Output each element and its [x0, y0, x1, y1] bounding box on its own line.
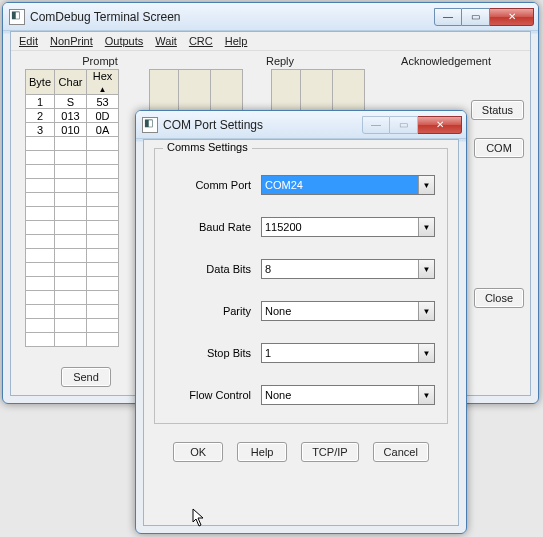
close-dialog-button[interactable]: ✕ [418, 116, 462, 134]
window-controls: — ▭ ✕ [362, 116, 462, 134]
minimize-button[interactable]: — [434, 8, 462, 26]
dialog-titlebar[interactable]: COM Port Settings — ▭ ✕ [136, 111, 466, 139]
maximize-button: ▭ [390, 116, 418, 134]
table-row [26, 137, 119, 151]
section-headers: Prompt Reply Acknowledgement [11, 51, 530, 67]
table-row: 20130D [26, 109, 119, 123]
menu-edit[interactable]: Edit [19, 35, 38, 47]
ack-header: Acknowledgement [371, 55, 521, 67]
chevron-down-icon[interactable]: ▼ [418, 218, 434, 236]
table-row [26, 165, 119, 179]
table-row [26, 221, 119, 235]
table-row [26, 333, 119, 347]
menu-wait[interactable]: Wait [155, 35, 177, 47]
status-button[interactable]: Status [471, 100, 524, 120]
dialog-button-row: OK Help TCP/IP Cancel [144, 432, 458, 476]
chevron-down-icon[interactable]: ▼ [418, 260, 434, 278]
send-button[interactable]: Send [61, 367, 111, 387]
table-row [26, 319, 119, 333]
col-byte[interactable]: Byte [26, 70, 55, 95]
stop-bits-combo[interactable]: 1 ▼ [261, 343, 435, 363]
parity-combo[interactable]: None ▼ [261, 301, 435, 321]
parity-row: Parity None ▼ [167, 301, 435, 321]
chevron-down-icon[interactable]: ▼ [418, 386, 434, 404]
stop-bits-label: Stop Bits [167, 347, 251, 359]
menu-outputs[interactable]: Outputs [105, 35, 144, 47]
window-controls: — ▭ ✕ [434, 8, 534, 26]
baud-rate-row: Baud Rate 115200 ▼ [167, 217, 435, 237]
comms-settings-group: Comms Settings Comm Port COM24 ▼ Baud Ra… [154, 148, 448, 424]
table-row [26, 193, 119, 207]
com-button[interactable]: COM [474, 138, 524, 158]
close-window-button[interactable]: ✕ [490, 8, 534, 26]
table-row [26, 249, 119, 263]
cancel-button[interactable]: Cancel [373, 442, 429, 462]
comm-port-row: Comm Port COM24 ▼ [167, 175, 435, 195]
dialog-client-area: Comms Settings Comm Port COM24 ▼ Baud Ra… [143, 139, 459, 526]
app-icon [9, 9, 25, 25]
data-bits-label: Data Bits [167, 263, 251, 275]
dialog-title: COM Port Settings [163, 118, 362, 132]
reply-header: Reply [205, 55, 355, 67]
menu-nonprint[interactable]: NonPrint [50, 35, 93, 47]
app-icon [142, 117, 158, 133]
help-button[interactable]: Help [237, 442, 287, 462]
chevron-down-icon[interactable]: ▼ [418, 176, 434, 194]
group-legend: Comms Settings [163, 141, 252, 153]
col-hex[interactable]: Hex [87, 70, 119, 95]
chevron-down-icon[interactable]: ▼ [418, 302, 434, 320]
table-row [26, 235, 119, 249]
main-title: ComDebug Terminal Screen [30, 10, 434, 24]
stop-bits-row: Stop Bits 1 ▼ [167, 343, 435, 363]
maximize-button[interactable]: ▭ [462, 8, 490, 26]
chevron-down-icon[interactable]: ▼ [418, 344, 434, 362]
flow-control-row: Flow Control None ▼ [167, 385, 435, 405]
flow-control-label: Flow Control [167, 389, 251, 401]
menu-help[interactable]: Help [225, 35, 248, 47]
table-row [26, 179, 119, 193]
prompt-header: Prompt [25, 55, 175, 67]
tcpip-button[interactable]: TCP/IP [301, 442, 358, 462]
comm-port-combo[interactable]: COM24 ▼ [261, 175, 435, 195]
flow-control-combo[interactable]: None ▼ [261, 385, 435, 405]
table-row [26, 207, 119, 221]
col-char[interactable]: Char [55, 70, 87, 95]
table-row [26, 263, 119, 277]
menubar: Edit NonPrint Outputs Wait CRC Help [11, 32, 530, 51]
menu-crc[interactable]: CRC [189, 35, 213, 47]
prompt-grid[interactable]: Byte Char Hex 1S53 20130D 30100A [25, 69, 119, 347]
close-button[interactable]: Close [474, 288, 524, 308]
com-port-settings-dialog: COM Port Settings — ▭ ✕ Comms Settings C… [135, 110, 467, 534]
baud-rate-label: Baud Rate [167, 221, 251, 233]
table-row [26, 305, 119, 319]
minimize-button: — [362, 116, 390, 134]
table-row [26, 151, 119, 165]
data-bits-row: Data Bits 8 ▼ [167, 259, 435, 279]
data-bits-combo[interactable]: 8 ▼ [261, 259, 435, 279]
baud-rate-combo[interactable]: 115200 ▼ [261, 217, 435, 237]
table-row: 1S53 [26, 95, 119, 109]
comm-port-label: Comm Port [167, 179, 251, 191]
table-row: 30100A [26, 123, 119, 137]
table-row [26, 291, 119, 305]
ok-button[interactable]: OK [173, 442, 223, 462]
main-titlebar[interactable]: ComDebug Terminal Screen — ▭ ✕ [3, 3, 538, 31]
table-row [26, 277, 119, 291]
parity-label: Parity [167, 305, 251, 317]
